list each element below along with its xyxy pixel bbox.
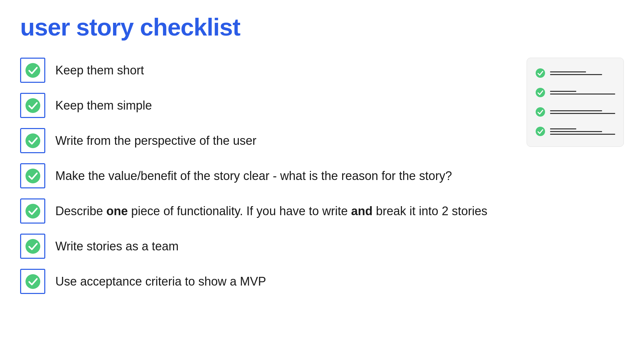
svg-point-5 bbox=[25, 239, 40, 254]
checkmark-icon bbox=[25, 168, 41, 184]
list-item: Write from the perspective of the user bbox=[20, 125, 527, 157]
svg-point-10 bbox=[536, 127, 545, 136]
card-item bbox=[535, 68, 615, 78]
checkbox-7 bbox=[20, 269, 45, 294]
checklist: Keep them short Keep them simple Write f… bbox=[20, 54, 527, 297]
svg-point-6 bbox=[25, 274, 40, 289]
item-text-7: Use acceptance criteria to show a MVP bbox=[55, 275, 266, 289]
checkbox-1 bbox=[20, 58, 45, 83]
list-item: Keep them short bbox=[20, 54, 527, 86]
item-text-1: Keep them short bbox=[55, 63, 144, 77]
list-item: Describe one piece of functionality. If … bbox=[20, 195, 527, 227]
card-item bbox=[535, 87, 615, 98]
card-check-icon bbox=[535, 126, 545, 136]
checkmark-icon bbox=[25, 203, 41, 219]
svg-point-3 bbox=[25, 169, 40, 183]
checkbox-5 bbox=[20, 198, 45, 224]
page-title: user story checklist bbox=[20, 13, 624, 41]
checkbox-6 bbox=[20, 234, 45, 259]
svg-point-8 bbox=[536, 88, 545, 97]
item-text-5: Describe one piece of functionality. If … bbox=[55, 204, 487, 218]
card-item bbox=[535, 126, 615, 136]
checkmark-icon bbox=[25, 238, 41, 254]
card-check-icon bbox=[535, 68, 545, 78]
svg-point-4 bbox=[25, 204, 40, 219]
card-check-icon bbox=[535, 107, 545, 117]
card-item bbox=[535, 107, 615, 117]
main-content: Keep them short Keep them simple Write f… bbox=[20, 54, 624, 297]
decorative-card bbox=[527, 58, 624, 147]
checkbox-4 bbox=[20, 163, 45, 188]
item-text-4: Make the value/benefit of the story clea… bbox=[55, 169, 452, 183]
item-text-3: Write from the perspective of the user bbox=[55, 134, 257, 148]
list-item: Make the value/benefit of the story clea… bbox=[20, 160, 527, 192]
list-item: Write stories as a team bbox=[20, 230, 527, 262]
list-item: Keep them simple bbox=[20, 89, 527, 121]
card-check-icon bbox=[535, 87, 545, 98]
item-text-2: Keep them simple bbox=[55, 99, 152, 113]
checkbox-3 bbox=[20, 128, 45, 153]
checkmark-icon bbox=[25, 274, 41, 290]
item-text-6: Write stories as a team bbox=[55, 239, 178, 253]
svg-point-9 bbox=[536, 107, 545, 117]
checkmark-icon bbox=[25, 133, 41, 149]
checkbox-2 bbox=[20, 93, 45, 118]
checkmark-icon bbox=[25, 62, 41, 78]
svg-point-0 bbox=[25, 63, 40, 78]
svg-point-7 bbox=[536, 68, 545, 78]
list-item: Use acceptance criteria to show a MVP bbox=[20, 265, 527, 297]
svg-point-2 bbox=[25, 133, 40, 148]
svg-point-1 bbox=[25, 98, 40, 113]
checkmark-icon bbox=[25, 98, 41, 114]
